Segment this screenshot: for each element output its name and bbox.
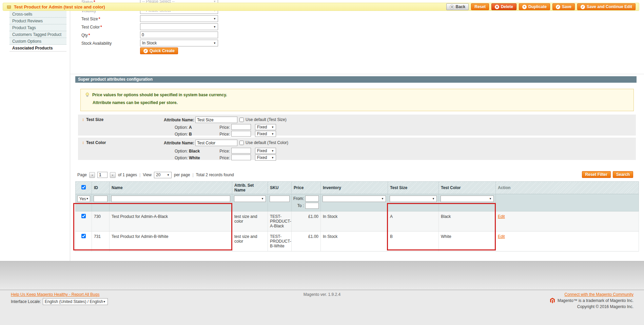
column-header-test-size[interactable]: Test Size [388,182,439,194]
sidebar-item-custom-options[interactable]: Custom Options [9,38,66,45]
column-header-name[interactable]: Name [110,182,232,194]
price-field [231,124,251,130]
price-type-select[interactable]: Fixed▼ [255,155,276,161]
per-page-label: per page [174,172,190,177]
attribute-name-label: Attribute Name: [164,118,194,122]
test-size-select[interactable]: ▼ [140,15,218,22]
chevron-down-icon: ▼ [213,17,216,20]
sidebar-item-product-tags[interactable]: Product Tags [9,24,66,31]
sidebar-item-cross-sells[interactable]: Cross-sells [9,11,66,18]
filter-action-cell [496,194,639,211]
cell-inventory: In Stock [321,231,388,251]
stock-availability-select[interactable]: In Stock▼ [140,40,218,46]
notice-line-2: Attrribute names can be specified per st… [93,100,629,105]
qty-input[interactable] [140,32,218,38]
back-button[interactable]: ◂ Back [446,3,469,10]
id-filter-input[interactable] [94,196,108,202]
cell-attrib-set: test size and color [232,211,268,231]
option-b-label: Option: B [175,132,192,137]
check-icon: ✓ [143,49,148,53]
sidebar-item-associated-products[interactable]: Associated Products [9,45,66,52]
column-header-inventory[interactable]: Inventory [321,182,388,194]
price-from-input[interactable] [305,196,319,202]
drag-handle-icon[interactable]: ↕ [82,140,84,145]
annotation-box-right [387,203,496,250]
price-type-select[interactable]: Fixed▼ [255,131,276,137]
delete-button[interactable]: ✕ Delete [491,3,516,10]
magento-logo-icon [549,298,555,304]
duplicate-button[interactable]: + Duplicate [519,3,550,10]
notification-title-bar: Test Product for Admin (test size and co… [3,3,639,11]
reset-filter-button[interactable]: Reset Filter [582,171,611,178]
attribute-name-input[interactable] [195,117,237,123]
separator: | [192,172,193,177]
copyright: Copyright © 2016 Magento Inc. [577,304,633,309]
column-header-id[interactable]: ID [92,182,110,194]
name-filter-input[interactable] [111,196,230,202]
back-arrow-icon: ◂ [450,5,454,9]
attribute-group-header: ↕ Test Color [82,140,106,146]
trademark-row: Magento™ is a trademark of Magento Inc. [549,298,633,304]
search-button[interactable]: Search [613,171,633,178]
sidebar-item-customers-tagged[interactable]: Customers Tagged Product [9,31,66,38]
save-and-continue-button[interactable]: ✓ Save and Continue Edit [577,3,636,10]
sidebar-item-product-reviews[interactable]: Product Reviews [9,18,66,24]
next-page-button[interactable]: ▸ [110,172,116,178]
magento-admin-page: Status* -- Please Select --▼ Visibility*… [0,0,644,325]
column-header-attrib-set[interactable]: Attrib. Set Name [232,182,268,194]
column-header-test-color[interactable]: Test Color [439,182,496,194]
attribute-name-field [195,117,237,123]
view-label: View [143,172,152,177]
stock-availability-label: Stock Availability [81,41,137,46]
column-header-price[interactable]: Price [292,182,321,194]
column-header-action: Action [496,182,639,194]
select-all-checkbox[interactable] [81,185,86,189]
test-size-filter-select[interactable]: ▼ [390,196,437,202]
price-input[interactable] [231,124,251,130]
inventory-filter-select[interactable]: ▼ [323,196,386,202]
price-label: Price: [214,125,230,130]
use-default-checkbox[interactable] [239,118,244,122]
test-color-filter-select[interactable]: ▼ [441,196,494,202]
price-type-select[interactable]: Fixed▼ [255,124,276,130]
chevron-down-icon: ▼ [271,133,274,136]
locale-label: Interface Locale: [11,299,41,304]
attribute-name-input[interactable] [195,140,237,146]
reset-button[interactable]: Reset [471,3,489,10]
attrib-set-filter-select[interactable]: ▼ [234,196,266,202]
check-icon: ✓ [556,5,560,9]
edit-link[interactable]: Edit [498,234,505,239]
checkbox-filter-select[interactable]: Yes▼ [77,196,90,202]
column-header-sku[interactable]: SKU [268,182,292,194]
form-section-divider [70,74,644,74]
toolbar-buttons: ◂ Back Reset ✕ Delete + Duplicate ✓ Save… [446,3,636,10]
sku-filter-input[interactable] [270,196,290,202]
test-color-select[interactable]: ▼ [140,23,218,30]
locale-select[interactable]: English (United States) / English▼ [43,298,108,305]
qty-field [140,32,218,38]
chevron-down-icon: ▼ [167,174,170,177]
page-number-input[interactable] [97,172,108,178]
footer-gradient-band [0,261,644,290]
community-link[interactable]: Connect with the Magento Community [565,292,633,297]
price-to-input[interactable] [305,203,319,209]
attribute-name-field [195,140,237,146]
delete-x-icon: ✕ [495,5,499,9]
filter-price-cell: From: To : [292,194,321,211]
quick-create-button[interactable]: ✓ Quick Create [140,47,178,54]
price-type-select[interactable]: Fixed▼ [255,148,276,154]
use-default-checkbox[interactable] [239,141,244,145]
price-label: Price: [214,132,230,137]
price-label: Price: [214,149,230,154]
use-default-wrap: Use default (Test Color) [239,140,288,145]
price-input[interactable] [231,148,251,154]
price-input[interactable] [231,131,251,137]
drag-handle-icon[interactable]: ↕ [82,117,84,122]
price-input[interactable] [231,155,251,160]
per-page-select[interactable]: 20▼ [154,172,172,178]
previous-page-button[interactable]: ◂ [89,172,95,178]
price-field [231,131,251,137]
save-button[interactable]: ✓ Save [552,3,575,10]
option-black-label: Option: Black [175,149,200,154]
edit-link[interactable]: Edit [498,214,505,219]
